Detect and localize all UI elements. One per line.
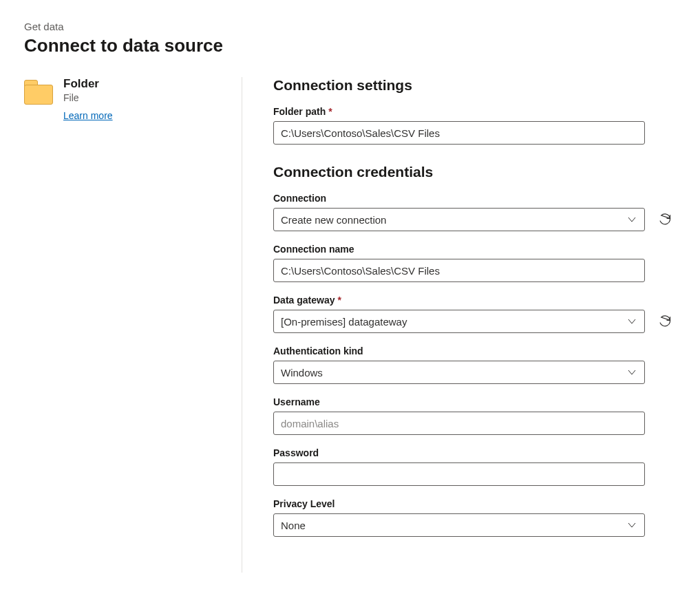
connection-name-label: Connection name bbox=[273, 244, 672, 255]
connection-select[interactable]: Create new connection bbox=[273, 208, 645, 231]
chevron-down-icon bbox=[626, 520, 637, 531]
chevron-down-icon bbox=[626, 367, 637, 378]
connection-name-input[interactable] bbox=[273, 259, 645, 282]
password-label: Password bbox=[273, 447, 672, 458]
form-panel: Connection settings Folder path * Connec… bbox=[242, 77, 676, 573]
folder-icon bbox=[24, 80, 53, 105]
folder-path-input[interactable] bbox=[273, 121, 645, 145]
source-panel: Folder File Learn more bbox=[24, 77, 242, 573]
connection-settings-heading: Connection settings bbox=[273, 77, 672, 94]
privacy-level-label: Privacy Level bbox=[273, 498, 672, 509]
connection-label: Connection bbox=[273, 193, 672, 204]
connection-credentials-heading: Connection credentials bbox=[273, 164, 672, 180]
page-title: Connect to data source bbox=[24, 35, 676, 56]
data-gateway-select[interactable]: [On-premises] datagateway bbox=[273, 310, 645, 333]
password-input[interactable] bbox=[273, 462, 645, 486]
refresh-connection-button[interactable] bbox=[657, 212, 672, 227]
privacy-level-select[interactable]: None bbox=[273, 513, 645, 537]
source-title: Folder bbox=[63, 77, 113, 91]
username-input[interactable] bbox=[273, 412, 645, 435]
source-item-folder[interactable]: Folder File Learn more bbox=[24, 77, 228, 122]
source-subtitle: File bbox=[63, 92, 113, 103]
auth-kind-select[interactable]: Windows bbox=[273, 361, 645, 384]
chevron-down-icon bbox=[626, 316, 637, 327]
refresh-gateway-button[interactable] bbox=[657, 314, 672, 329]
auth-kind-label: Authentication kind bbox=[273, 345, 672, 356]
chevron-down-icon bbox=[626, 214, 637, 225]
username-label: Username bbox=[273, 396, 672, 407]
learn-more-link[interactable]: Learn more bbox=[63, 110, 113, 121]
folder-path-label: Folder path * bbox=[273, 106, 672, 117]
data-gateway-label: Data gateway * bbox=[273, 295, 672, 306]
breadcrumb: Get data bbox=[24, 21, 676, 32]
